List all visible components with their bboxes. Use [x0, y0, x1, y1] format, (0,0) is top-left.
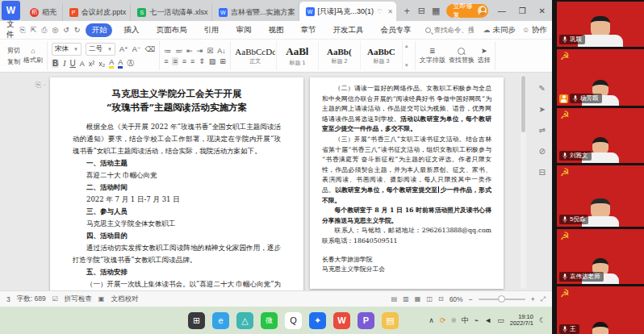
window-layout-icon[interactable]: ⊟ [418, 6, 425, 16]
outdent-icon[interactable]: ⇤ [186, 47, 193, 55]
restore-button[interactable]: ❐ [516, 6, 529, 15]
justify-icon[interactable]: ≡ [190, 57, 194, 65]
sync-status[interactable]: 未同步 [492, 25, 516, 35]
participant-video[interactable]: ☭ 王 [557, 286, 644, 334]
document-page-2[interactable]: （二）诵读一篇好的网络作品。女教职工积极参与全总和中央网信办联合开展的“阅读经典… [310, 77, 504, 289]
align-left-icon[interactable]: ≡ [164, 57, 168, 65]
asian-layout-icon[interactable]: ☒ [207, 47, 213, 55]
view-mode-fullscreen-icon[interactable]: ⊡ [438, 295, 444, 303]
format-painter-button[interactable]: ⌂ 格式刷 [23, 47, 43, 65]
camera-tray-icon[interactable]: ▭ [497, 316, 504, 324]
sort-icon[interactable]: A↓ [217, 47, 226, 55]
ribbon-tab-references[interactable]: 引用 [198, 23, 224, 37]
style-heading1[interactable]: AaBl 标题 1 [277, 41, 319, 70]
ribbon-tab-developer[interactable]: 开发工具 [327, 23, 369, 37]
zoom-slider[interactable] [479, 299, 525, 300]
participant-video[interactable]: 巩颖 [557, 2, 644, 47]
find-replace-button[interactable]: 查找替换 [449, 48, 475, 65]
borders-icon[interactable]: ⊞ [220, 57, 226, 65]
ribbon-tab-review[interactable]: 审阅 [230, 23, 257, 37]
tab-pptx[interactable]: P 会议封皮.pptx [63, 3, 132, 21]
char-shading-icon[interactable]: Ⓐ [127, 58, 134, 69]
pen-annotate-icon[interactable]: ✎ [539, 84, 546, 93]
ribbon-tab-member[interactable]: 会员专享 [374, 23, 416, 37]
ribbon-tab-home[interactable]: 开始 [86, 23, 112, 37]
select-button[interactable]: ➤ 选择 [478, 47, 491, 65]
numbered-list-icon[interactable]: ≕ [175, 47, 182, 55]
microphone-tray-icon[interactable]: ⌾ [451, 316, 455, 325]
char-border-icon[interactable]: A [80, 60, 85, 68]
wps-app-icon[interactable]: W [333, 312, 350, 329]
view-mode-outline-icon[interactable]: ▦ [415, 295, 421, 303]
copy-button[interactable]: 复制 [7, 57, 20, 66]
search-input[interactable] [433, 26, 474, 34]
zoom-level[interactable]: 60% [450, 295, 463, 303]
tab-docer[interactable]: 稻 稻壳 [23, 3, 63, 21]
document-page-1[interactable]: 马克思主义学院分工会关于开展 “玫瑰书香”主题阅读活动实施方案 根据全总《关于开… [50, 77, 303, 290]
pointer-icon[interactable]: ➤ [539, 105, 546, 114]
spellcheck-button[interactable]: 拼写检查 [65, 294, 92, 304]
zoom-in-icon[interactable]: + [531, 295, 535, 303]
ribbon-tab-section[interactable]: 章节 [295, 23, 321, 37]
subscript-icon[interactable]: x₂ [98, 60, 105, 68]
minimize-button[interactable]: — [495, 6, 509, 15]
zoom-slider-knob[interactable] [498, 295, 505, 303]
purple-app-icon[interactable]: P [358, 312, 374, 329]
participant-video[interactable]: ☭ 5倪淼 [557, 165, 644, 227]
file-explorer-icon[interactable]: ▤ [382, 312, 399, 329]
tab-active-readonly-doc[interactable]: W [只读]马克...30(1) ♡ ✕ [299, 2, 396, 21]
network-icon[interactable]: ⌁ [475, 316, 479, 324]
apps-grid-icon[interactable]: ▦ [432, 6, 440, 16]
export-icon[interactable]: ⇱ [31, 26, 37, 35]
scrollbar-thumb[interactable] [521, 76, 525, 132]
word-count[interactable]: 字数: 689 [17, 294, 46, 304]
align-center-icon[interactable]: ≡ [172, 57, 178, 65]
repair-button[interactable]: 立即修复 [446, 4, 487, 18]
document-scrollbar[interactable] [521, 74, 526, 289]
tab-doc-plan[interactable]: W 吉林省暨...实施方案 [212, 3, 299, 21]
style-gallery-scroll[interactable]: ▲▼ [403, 41, 411, 70]
help-icon[interactable]: ⊘ [539, 147, 546, 156]
sync-tray-icon[interactable]: ⟳ [440, 316, 446, 324]
view-mode-read-icon[interactable]: ◫ [426, 295, 433, 303]
night-mode-icon[interactable]: ☾ [539, 316, 546, 324]
link-app-icon[interactable]: ✦ [309, 312, 326, 329]
wps-home-icon[interactable]: W [2, 1, 20, 20]
panel-icon[interactable]: ⊟ [539, 168, 546, 177]
view-mode-web-icon[interactable]: ▥ [403, 295, 409, 303]
ribbon-tab-insert[interactable]: 插入 [118, 23, 144, 37]
shading-icon[interactable]: ▨ [209, 57, 216, 65]
ribbon-tab-view[interactable]: 视图 [262, 23, 289, 37]
indent-icon[interactable]: ⇥ [197, 47, 203, 55]
grow-font-icon[interactable]: A⁺ [119, 45, 128, 53]
start-button[interactable]: ⊞ [188, 312, 205, 329]
shrink-font-icon[interactable]: A⁻ [132, 45, 141, 53]
edge-browser-icon[interactable]: e [212, 312, 229, 329]
text-layout-button[interactable]: ≣ 文字排版 [420, 47, 445, 65]
account-avatar[interactable] [478, 6, 487, 16]
style-heading3[interactable]: AaBbC 标题 3 [361, 41, 403, 70]
tab-close-icon[interactable]: ✕ [387, 8, 393, 15]
close-button[interactable]: ✕ [536, 6, 549, 15]
qq-icon[interactable]: Q [285, 312, 302, 329]
tab-xlsx[interactable]: S 七一活动清单.xlsx [131, 3, 212, 21]
proofread-button[interactable]: 文档校对 [111, 294, 138, 304]
superscript-icon[interactable]: x² [89, 60, 95, 68]
adjust-icon[interactable]: ⇌ [539, 126, 546, 135]
font-color-icon[interactable]: A [118, 59, 123, 69]
align-right-icon[interactable]: ≡ [182, 57, 186, 65]
file-menu[interactable]: 文件 [6, 19, 15, 40]
view-mode-page-icon[interactable]: ▤ [391, 295, 398, 303]
document-canvas[interactable]: ⎘ · 马克思主义学院分工会关于开展 “玫瑰书香”主题阅读活动实施方案 根据全总… [0, 73, 552, 290]
tray-expand-icon[interactable]: ∧ [429, 316, 434, 324]
fit-page-icon[interactable]: ⤢ [541, 295, 546, 303]
line-spacing-icon[interactable]: ⇕ [199, 57, 205, 65]
preview-icon[interactable]: ◎ [52, 26, 58, 35]
style-heading2[interactable]: AaBb( 标题 2 [319, 41, 361, 70]
ribbon-tab-layout[interactable]: 页面布局 [150, 23, 192, 37]
cut-button[interactable]: 剪切 [7, 46, 20, 55]
font-name-select[interactable]: 宋体 ▼ [52, 43, 82, 56]
bullet-list-icon[interactable]: ≔ [164, 47, 171, 55]
highlight-color-icon[interactable]: A [109, 59, 114, 69]
command-search[interactable] [425, 26, 474, 34]
